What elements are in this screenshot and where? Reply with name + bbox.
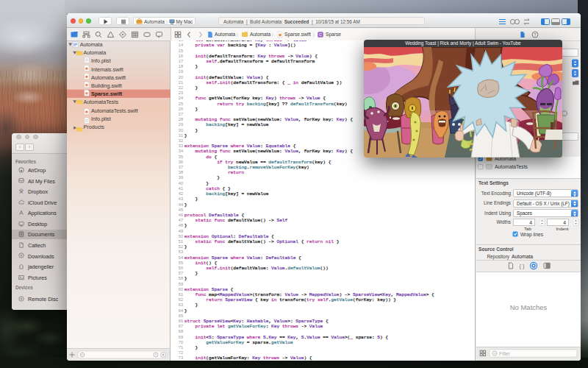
svg-text:{ }: { } bbox=[519, 263, 525, 269]
svg-text:Wrap lines: Wrap lines bbox=[520, 232, 544, 238]
svg-text:Automata: Automata bbox=[215, 32, 236, 37]
svg-text:Filter: Filter bbox=[499, 351, 511, 356]
svg-text:?: ? bbox=[534, 32, 537, 37]
svg-text:〉: 〉 bbox=[272, 32, 273, 37]
svg-text:Automata: Automata bbox=[144, 19, 165, 24]
svg-text:My Mac: My Mac bbox=[176, 19, 194, 25]
svg-text:Automata: Automata bbox=[250, 32, 271, 37]
svg-text:C: C bbox=[319, 32, 322, 37]
svg-text:〉: 〉 bbox=[237, 32, 238, 37]
svg-text:Sparse.swift: Sparse.swift bbox=[284, 32, 311, 38]
svg-text:〉: 〉 bbox=[313, 32, 315, 37]
svg-text:〉: 〉 bbox=[166, 19, 168, 24]
svg-text:Sparse: Sparse bbox=[326, 32, 341, 38]
svg-text:AutomataTests: AutomataTests bbox=[495, 164, 528, 169]
